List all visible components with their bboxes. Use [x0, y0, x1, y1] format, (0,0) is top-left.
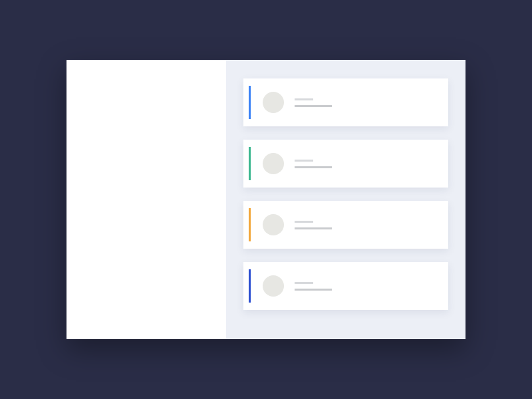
accent-bar	[249, 86, 251, 119]
avatar	[263, 153, 284, 174]
title-placeholder	[295, 98, 313, 100]
text-placeholder	[295, 282, 332, 291]
title-placeholder	[295, 282, 313, 284]
text-placeholder	[295, 160, 332, 168]
accent-bar	[249, 208, 251, 241]
left-panel	[66, 60, 226, 339]
app-window	[66, 60, 466, 339]
avatar	[263, 214, 284, 235]
list-item[interactable]	[243, 140, 448, 188]
avatar	[263, 92, 284, 113]
list-item[interactable]	[243, 201, 448, 249]
avatar	[263, 275, 284, 297]
title-placeholder	[295, 160, 313, 162]
title-placeholder	[295, 221, 313, 223]
subtitle-placeholder	[295, 166, 332, 168]
list-item[interactable]	[243, 78, 448, 126]
text-placeholder	[295, 221, 332, 229]
text-placeholder	[295, 98, 332, 107]
subtitle-placeholder	[295, 227, 332, 229]
right-panel	[226, 60, 466, 339]
list-item[interactable]	[243, 262, 448, 310]
subtitle-placeholder	[295, 105, 332, 107]
accent-bar	[249, 269, 251, 303]
accent-bar	[249, 147, 251, 180]
subtitle-placeholder	[295, 289, 332, 291]
